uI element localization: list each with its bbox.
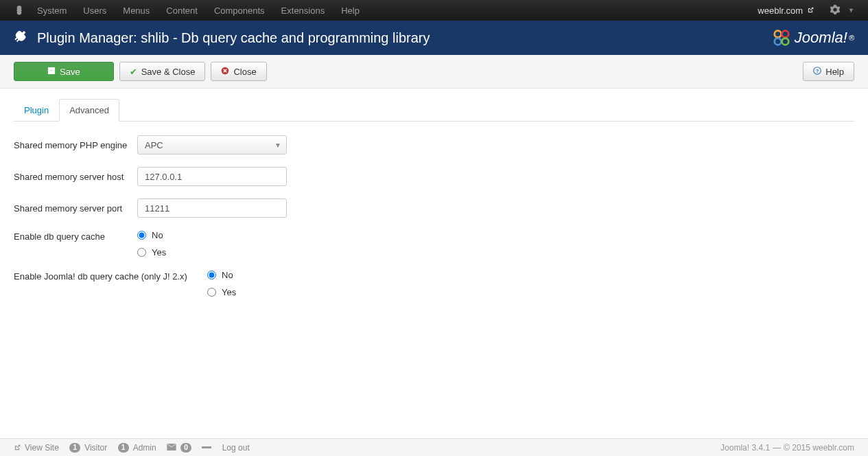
svg-point-2 [775,38,782,45]
gear-icon[interactable] [825,5,845,16]
check-icon: ✔ [130,67,137,77]
svg-text:?: ? [816,68,819,74]
registered-mark: ® [849,34,854,42]
close-label: Close [233,67,256,77]
menu-system[interactable]: System [37,5,67,16]
site-link[interactable]: weeblr.com [758,5,814,16]
jcache-radio-yes[interactable] [207,288,216,297]
page-header: Plugin Manager: shlib - Db query cache a… [0,21,868,55]
cache-label: Enable db query cache [14,231,137,242]
tab-advanced[interactable]: Advanced [59,99,119,122]
joomla-logo: Joomla!® [773,29,854,47]
svg-point-3 [782,38,788,45]
menu-menus[interactable]: Menus [123,5,150,16]
jcache-radio-group: No Yes [207,270,236,297]
host-label: Shared memory server host [14,172,137,182]
row-cache: Enable db query cache No Yes [14,230,854,258]
plug-icon [14,30,29,47]
joomla-icon [14,5,25,16]
help-label: Help [825,67,844,77]
svg-point-1 [782,31,788,38]
save-label: Save [60,67,80,77]
tabs: Plugin Advanced [14,98,854,122]
chevron-down-icon: ▼ [274,141,281,149]
cache-radio-no[interactable] [137,231,146,240]
row-host: Shared memory server host [14,167,854,186]
save-close-label: Save & Close [141,67,196,77]
cache-radio-yes[interactable] [137,248,146,257]
toolbar: Save ✔ Save & Close Close ? Help [0,55,868,89]
host-input[interactable] [137,167,287,186]
cache-radio-group: No Yes [137,230,166,258]
save-close-button[interactable]: ✔ Save & Close [119,62,206,81]
row-engine: Shared memory PHP engine APC ▼ [14,135,854,155]
jcache-radio-no[interactable] [207,271,216,280]
check-icon [47,67,56,77]
engine-value: APC [145,140,163,150]
engine-label: Shared memory PHP engine [14,140,137,150]
top-nav: System Users Menus Content Components Ex… [0,0,868,21]
content: Plugin Advanced Shared memory PHP engine… [0,98,868,337]
menu-extensions[interactable]: Extensions [281,5,325,16]
cache-no-label: No [152,230,163,240]
close-icon [221,67,229,77]
menu-content[interactable]: Content [166,5,198,16]
site-link-label: weeblr.com [758,5,803,16]
port-input[interactable] [137,198,287,218]
form-advanced: Shared memory PHP engine APC ▼ Shared me… [14,122,854,323]
row-jcache: Enable Joomla! db query cache (only J! 2… [14,270,854,297]
jcache-yes-label: Yes [222,287,236,297]
close-button[interactable]: Close [211,62,266,81]
top-menu: System Users Menus Content Components Ex… [37,5,360,16]
save-button[interactable]: Save [14,62,114,81]
svg-point-0 [775,31,782,38]
brand-name: Joomla! [795,29,847,47]
jcache-label: Enable Joomla! db query cache (only J! 2… [14,271,207,282]
menu-help[interactable]: Help [341,5,360,16]
cache-yes-label: Yes [152,247,166,258]
help-icon: ? [813,67,821,77]
tab-plugin[interactable]: Plugin [14,99,59,122]
menu-components[interactable]: Components [214,5,265,16]
row-port: Shared memory server port [14,198,854,218]
page-title: Plugin Manager: shlib - Db query cache a… [37,30,773,46]
external-link-icon [807,7,814,14]
port-label: Shared memory server port [14,203,137,214]
engine-select[interactable]: APC ▼ [137,135,287,155]
menu-users[interactable]: Users [83,5,106,16]
help-button[interactable]: ? Help [803,62,854,81]
caret-down-icon: ▼ [848,7,854,14]
jcache-no-label: No [222,270,233,280]
